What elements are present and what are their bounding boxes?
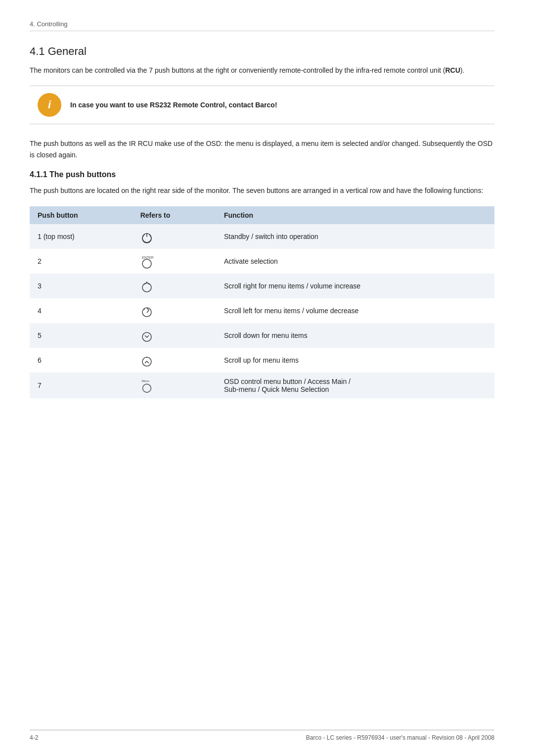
table-row: 5 Scroll down for menu items <box>30 323 494 348</box>
col-header-push-button: Push button <box>30 206 133 224</box>
scroll-down-icon <box>140 328 153 343</box>
function-text: Scroll up for menu items <box>216 348 494 373</box>
push-button-number: 4 <box>30 298 133 323</box>
table-row: 7 Menu OSD control menu button / Access … <box>30 373 494 398</box>
function-line2: Sub-menu / Quick Menu Selection <box>224 385 329 393</box>
scroll-right-icon <box>140 279 153 293</box>
refers-to-icon <box>133 298 216 323</box>
scroll-up-icon <box>140 353 153 368</box>
intro-paragraph: The monitors can be controlled via the 7… <box>30 65 494 76</box>
refers-to-icon <box>133 348 216 373</box>
table-header-row: Push button Refers to Function <box>30 206 494 224</box>
intro-text-end: ). <box>460 66 465 74</box>
refers-to-icon <box>133 274 216 298</box>
table-row: 6 Scroll up for menu items <box>30 348 494 373</box>
rcu-text: RCU <box>445 66 460 74</box>
breadcrumb: 4. Controlling <box>30 20 68 28</box>
function-line1: OSD control menu button / Access Main / <box>224 378 351 385</box>
body-text: The push buttons as well as the IR RCU m… <box>30 138 494 160</box>
svg-text:ENTER: ENTER <box>142 256 153 259</box>
function-text: Scroll down for menu items <box>216 323 494 348</box>
refers-to-icon <box>133 323 216 348</box>
refers-to-icon <box>133 224 216 249</box>
icon-container-menu: Menu <box>140 378 208 393</box>
breadcrumb-bar: 4. Controlling <box>30 20 494 31</box>
info-icon: i <box>38 93 61 117</box>
footer-page-number: 4-2 <box>30 734 38 741</box>
subsection-description: The push buttons are located on the righ… <box>30 185 494 196</box>
table-row: 4 Scroll left for menu items / volume de… <box>30 298 494 323</box>
icon-container-enter: ENTER <box>140 254 208 269</box>
table-row: 3 Scroll right for menu items / volume i… <box>30 274 494 298</box>
function-text: Scroll left for menu items / volume decr… <box>216 298 494 323</box>
svg-text:Menu: Menu <box>141 378 149 382</box>
info-box: i In case you want to use RS232 Remote C… <box>30 86 494 124</box>
power-icon <box>140 229 153 244</box>
intro-text-start: The monitors can be controlled via the 7… <box>30 66 445 74</box>
function-text: Scroll right for menu items / volume inc… <box>216 274 494 298</box>
refers-to-icon: ENTER <box>133 249 216 274</box>
push-button-number: 3 <box>30 274 133 298</box>
refers-to-icon: Menu <box>133 373 216 398</box>
page: 4. Controlling 4.1 General The monitors … <box>0 0 534 756</box>
icon-container-power <box>140 229 208 244</box>
svg-point-3 <box>142 259 151 268</box>
col-header-function: Function <box>216 206 494 224</box>
icon-container-down <box>140 328 208 343</box>
footer-document-info: Barco - LC series - R5976934 - user's ma… <box>306 734 494 741</box>
info-box-text: In case you want to use RS232 Remote Con… <box>70 101 277 109</box>
icon-container-right <box>140 279 208 293</box>
push-button-number: 2 <box>30 249 133 274</box>
svg-point-4 <box>142 283 151 292</box>
push-button-number: 5 <box>30 323 133 348</box>
push-button-table: Push button Refers to Function 1 (top mo… <box>30 206 494 398</box>
push-button-number: 1 (top most) <box>30 224 133 249</box>
push-button-number: 6 <box>30 348 133 373</box>
function-text: Standby / switch into operation <box>216 224 494 249</box>
scroll-left-icon <box>140 303 153 318</box>
enter-icon: ENTER <box>140 254 153 269</box>
icon-container-up <box>140 353 208 368</box>
svg-point-12 <box>142 384 151 392</box>
section-title: 4.1 General <box>30 45 494 58</box>
function-text: OSD control menu button / Access Main / … <box>216 373 494 398</box>
footer-bar: 4-2 Barco - LC series - R5976934 - user'… <box>30 730 494 741</box>
push-button-number: 7 <box>30 373 133 398</box>
table-row: 1 (top most) Standby / switch into opera… <box>30 224 494 249</box>
function-text: Activate selection <box>216 249 494 274</box>
table-row: 2 ENTER Activate selection <box>30 249 494 274</box>
menu-icon: Menu <box>140 378 153 393</box>
col-header-refers-to: Refers to <box>133 206 216 224</box>
icon-container-left <box>140 303 208 318</box>
subsection-title: 4.1.1 The push buttons <box>30 170 494 179</box>
